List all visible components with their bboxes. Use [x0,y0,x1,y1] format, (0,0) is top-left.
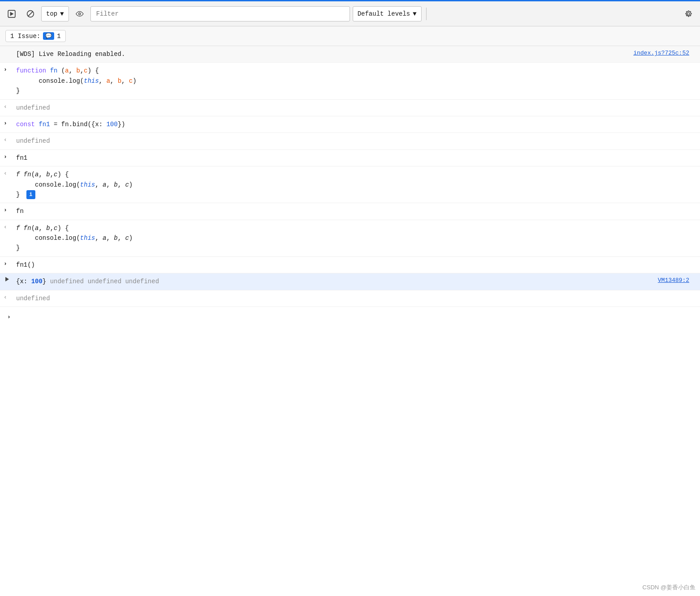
svg-point-4 [78,13,81,15]
row-prefix-fn-input: › [0,64,16,73]
fn-f2: f [16,225,20,232]
watermark: CSDN @姜香小白鱼 [642,583,696,592]
console-row-fn1-call: › fn1() [0,257,700,273]
toolbar-divider [426,8,427,20]
chevron-left-icon-1: ‹ [4,103,7,110]
issues-count: 1 [57,33,60,40]
settings-button[interactable] [680,6,696,22]
console-row-fn1-input: › const fn1 = fn.bind({x: 100}) [0,116,700,133]
wds-text: [WDS] Live Reloading enabled. [16,51,125,58]
expand-triangle-icon[interactable] [5,277,9,281]
chevron-right-icon-6: › [7,314,11,320]
row-content-fn-input: function fn (a, b,c) { console.log(this,… [16,64,696,97]
param-a: a [65,67,68,74]
row-prefix-fn-result: ‹ [0,222,16,230]
param-c: c [84,67,87,74]
undefined-3: undefined [16,295,50,302]
levels-selector[interactable]: Default levels ▼ [353,6,422,21]
row-prefix-prompt: › [4,312,20,320]
closing-brace: } [16,87,20,94]
chevron-right-icon-2: › [4,120,7,127]
obj-key-x: x [95,121,98,128]
fn1-eval: fn1 [16,154,27,162]
obj-x-key: x [20,278,23,285]
wds-source[interactable]: index.js?725c:52 [633,48,696,56]
chevron-right-icon: › [4,66,7,73]
undefined-vals: undefined undefined undefined [50,278,159,285]
svg-marker-1 [10,12,14,16]
console-row-fn1-result: ‹ f fn(a, b,c) { console.log(this, a, b,… [0,166,700,203]
row-prefix-fn1-call: › [0,259,16,267]
row-prefix-undef1: ‹ [0,102,16,110]
context-selector[interactable]: top ▼ [41,6,69,21]
issues-label: 1 Issue: [10,33,40,40]
console-row-undefined-1: ‹ undefined [0,100,700,116]
eye-icon [76,10,84,18]
chevron-left-icon-3: ‹ [4,170,7,177]
vm-source[interactable]: VM13489:2 [658,275,696,284]
play-button[interactable] [4,6,20,22]
console-row-wds: [WDS] Live Reloading enabled. index.js?7… [0,46,700,63]
row-prefix-undef3: ‹ [0,292,16,301]
fn-f1: f [16,171,20,178]
toolbar: top ▼ Default levels ▼ [0,1,700,26]
filter-input[interactable] [90,6,350,21]
gear-icon [684,10,692,18]
row-content-undef1: undefined [16,102,696,114]
undefined-1: undefined [16,104,50,111]
param-a2: a [107,77,110,85]
row-content-fn-result: f fn(a, b,c) { console.log(this, a, b, c… [16,222,696,255]
fn1-name: fn1 [38,121,50,128]
console-row-undefined-2: ‹ undefined [0,133,700,149]
row-content-fn1-call: fn1() [16,259,696,271]
chevron-left-icon-5: ‹ [4,294,7,301]
fn1-call: fn1() [16,261,35,268]
param-b: b [76,67,80,74]
indent1 [16,77,35,85]
console-row-undefined-3: ‹ undefined [0,290,700,307]
row-content-undef2: undefined [16,135,696,147]
row-content-fn1-result: f fn(a, b,c) { console.log(this, a, b, c… [16,168,696,201]
row-content-prompt[interactable] [20,310,696,322]
console-prompt-row: › [0,307,700,325]
context-arrow: ▼ [60,10,64,17]
keyword-function: function [16,67,46,74]
issues-icon: 💬 [43,32,54,40]
param-c2: c [129,77,132,85]
this-keyword: this [84,77,99,85]
console-row-fn1-eval: › fn1 [0,150,700,166]
levels-arrow: ▼ [413,10,416,17]
chevron-right-icon-4: › [4,207,7,213]
issues-badge[interactable]: 1 Issue: 💬 1 [5,30,66,42]
fn-params: ( [61,67,65,74]
fn-name: fn [50,67,58,74]
row-content-wds: [WDS] Live Reloading enabled. [16,48,633,60]
row-content-undef3: undefined [16,292,696,305]
row-prefix-highlighted [0,275,16,281]
console-row-fn-result: ‹ f fn(a, b,c) { console.log(this, a, b,… [0,220,700,257]
keyword-const: const [16,121,35,128]
eye-button[interactable] [72,6,88,22]
info-badge[interactable]: i [26,190,35,199]
assign: = fn.bind({ [54,121,95,128]
obj-100-val: 100 [31,278,43,285]
console-row-fn-eval: › fn [0,203,700,220]
row-prefix-fn-eval: › [0,205,16,213]
chevron-right-icon-5: › [4,260,7,267]
chevron-left-icon-4: ‹ [4,224,7,230]
console-row-highlighted: {x: 100} undefined undefined undefined V… [0,273,700,290]
row-content-fn1: const fn1 = fn.bind({x: 100}) [16,118,696,131]
fn-fn2: fn [24,225,31,232]
undefined-2: undefined [16,137,50,145]
console-row-fn-input: › function fn (a, b,c) { console.log(thi… [0,63,700,99]
svg-line-3 [28,11,33,16]
levels-label: Default levels [358,10,410,17]
row-prefix-fn1-result: ‹ [0,168,16,177]
clear-button[interactable] [22,6,38,22]
issues-bar: 1 Issue: 💬 1 [0,26,700,46]
chevron-right-icon-3: › [4,153,7,160]
fn-fn1: fn [24,171,31,178]
fn-eval: fn [16,208,24,215]
cursor-input[interactable] [20,312,23,319]
play-icon [8,10,16,18]
